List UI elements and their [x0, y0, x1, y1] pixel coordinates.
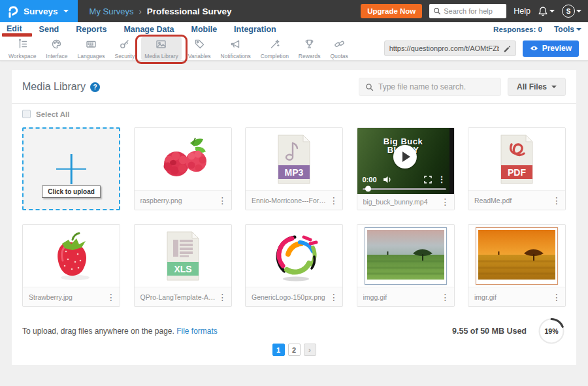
video-time: 0:00: [363, 176, 377, 184]
file-name: QPro-LangTemplate-April...: [140, 293, 217, 301]
media-tile-strawberry[interactable]: Strawberry.jpg: [22, 224, 120, 307]
file-type-filter-dropdown[interactable]: All Files: [508, 78, 566, 96]
megaphone-icon: [230, 39, 241, 52]
media-tile-video[interactable]: Big BuckBUNNY 0:00 ⋮: [357, 127, 455, 210]
nav-tab-manage-data[interactable]: Manage Data: [123, 25, 174, 34]
file-menu-button[interactable]: [440, 292, 451, 302]
key-icon: [119, 39, 130, 52]
file-menu-button[interactable]: [551, 195, 563, 206]
fullscreen-icon[interactable]: [424, 176, 432, 184]
toolbar-item-security[interactable]: Security: [112, 37, 139, 60]
survey-section-nav: Edit Send Reports Manage Data Mobile Int…: [0, 22, 588, 37]
file-name: Strawberry.jpg: [29, 293, 105, 301]
file-search: [359, 78, 501, 96]
breadcrumb: My Surveys Professional Survey: [90, 7, 232, 16]
top-bar: Surveys My Surveys Professional Survey U…: [0, 0, 588, 22]
file-menu-button[interactable]: [217, 195, 229, 206]
svg-text:MP3: MP3: [285, 167, 304, 177]
video-menu-icon[interactable]: ⋮: [438, 176, 446, 183]
logo-thumbnail: [246, 225, 342, 287]
upgrade-now-button[interactable]: Upgrade Now: [361, 4, 422, 18]
file-menu-button[interactable]: [551, 292, 563, 302]
palette-icon: [51, 39, 62, 52]
media-tile-raspberry[interactable]: raspberry.png: [134, 127, 232, 210]
nav-tab-reports[interactable]: Reports: [76, 25, 106, 34]
video-progress-knob[interactable]: [365, 186, 371, 192]
media-tile-logo[interactable]: GenericLogo-150px.png: [245, 224, 343, 307]
storage-used-label: 9.55 of 50 MB Used: [452, 327, 527, 336]
file-name: big_buck_bunny.mp4: [363, 198, 440, 206]
upload-tile[interactable]: Click to upload: [22, 127, 120, 210]
survey-url-field: [384, 40, 516, 56]
breadcrumb-separator: [139, 7, 141, 16]
upload-tooltip: Click to upload: [42, 185, 101, 198]
workspace-icon: [17, 39, 28, 52]
media-library-icon: [155, 39, 167, 52]
media-grid: Click to upload raspberry.: [22, 127, 566, 307]
storage-usage: 9.55 of 50 MB Used 19%: [452, 317, 566, 346]
toolbar-item-completion[interactable]: Completion: [257, 37, 292, 60]
responses-count: Responses: 0: [493, 25, 542, 33]
toolbar-item-quotas[interactable]: Quotas: [327, 37, 351, 60]
survey-url-input[interactable]: [389, 44, 499, 52]
toolbar-item-languages[interactable]: Languages: [74, 37, 108, 60]
select-all-checkbox[interactable]: [22, 110, 31, 118]
topbar-actions: Upgrade Now Help S: [361, 4, 588, 18]
file-formats-link[interactable]: File formats: [176, 327, 218, 336]
toolbar-item-media-library[interactable]: Media Library: [141, 37, 182, 60]
product-name: Surveys: [24, 7, 58, 16]
file-menu-button[interactable]: [440, 197, 451, 207]
toolbar-item-notifications[interactable]: Notifications: [218, 37, 254, 60]
file-menu-button[interactable]: [217, 292, 229, 302]
volume-icon[interactable]: [383, 176, 392, 184]
nav-tab-mobile[interactable]: Mobile: [191, 25, 218, 34]
search-icon: [433, 7, 441, 15]
video-progress-bar[interactable]: [363, 188, 446, 190]
media-tile-mp3[interactable]: MP3 Ennio-Morricone---For-A-...: [245, 127, 343, 210]
surveys-product-menu[interactable]: Surveys: [0, 0, 78, 22]
help-search-input[interactable]: [444, 7, 502, 15]
notifications-bell-button[interactable]: [538, 6, 555, 17]
raspberry-thumbnail: [135, 128, 231, 190]
nav-tab-send[interactable]: Send: [39, 25, 59, 34]
breadcrumb-my-surveys[interactable]: My Surveys: [90, 7, 134, 16]
chain-link-icon: [334, 39, 345, 52]
page-button-2[interactable]: 2: [288, 344, 301, 356]
nav-tab-edit[interactable]: Edit: [7, 24, 22, 35]
file-name: imgg.gif: [363, 293, 440, 301]
preview-button[interactable]: Preview: [523, 40, 579, 57]
media-tile-imgg[interactable]: imgg.gif: [357, 224, 455, 307]
file-menu-button[interactable]: [105, 292, 117, 302]
media-tile-xls[interactable]: XLS QPro-LangTemplate-April...: [134, 224, 232, 307]
chevron-down-icon: [576, 28, 581, 33]
file-menu-button[interactable]: [328, 292, 340, 302]
file-menu-button[interactable]: [328, 195, 340, 206]
page-button-1[interactable]: 1: [272, 344, 285, 356]
next-page-button[interactable]: [304, 344, 316, 356]
orange-landscape-thumbnail: [468, 225, 565, 287]
toolbar-item-rewards[interactable]: Rewards: [295, 37, 324, 60]
file-name: GenericLogo-150px.png: [252, 293, 328, 301]
tools-menu-button[interactable]: Tools: [554, 25, 581, 34]
mp3-file-icon: MP3: [246, 128, 342, 190]
keyboard-icon: [86, 39, 97, 52]
media-tile-pdf[interactable]: PDF ReadMe.pdf: [468, 127, 566, 210]
play-button[interactable]: [393, 145, 416, 169]
toolbar-item-variables[interactable]: Variables: [185, 37, 214, 60]
questionpro-logo-icon: [7, 5, 18, 18]
file-name: imgr.gif: [474, 293, 551, 301]
upload-instructions: To upload, drag files anywhere on the pa…: [22, 327, 218, 336]
nav-tab-integration[interactable]: Integration: [234, 25, 276, 34]
file-search-input[interactable]: [378, 82, 493, 91]
edit-url-pencil-icon[interactable]: [503, 44, 511, 52]
magic-wand-icon: [269, 39, 280, 52]
help-link[interactable]: Help: [514, 7, 531, 16]
account-menu-button[interactable]: S: [562, 5, 581, 18]
help-question-icon[interactable]: [90, 82, 100, 92]
toolbar-item-interface[interactable]: Interface: [42, 37, 71, 60]
media-tile-imgr[interactable]: imgr.gif: [468, 224, 566, 307]
chevron-down-icon: [576, 10, 581, 15]
user-avatar: S: [562, 5, 575, 18]
search-icon: [365, 83, 374, 91]
toolbar-item-workspace[interactable]: Workspace: [5, 37, 39, 60]
